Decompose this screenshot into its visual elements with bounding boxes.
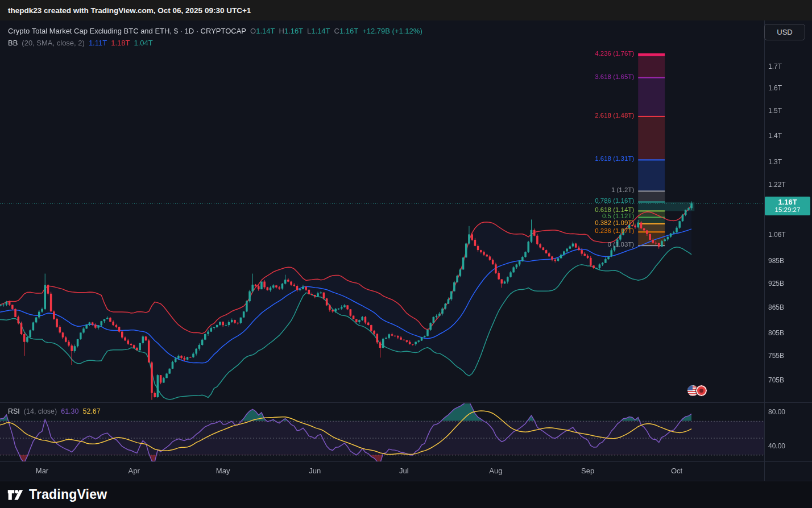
- symbol-legend-row[interactable]: Crypto Total Market Cap Excluding BTC an…: [8, 25, 422, 37]
- current-price-badge: 1.16T 15:29:27: [765, 197, 810, 215]
- rsi-name: RSI: [8, 407, 20, 415]
- rsi-axis-label: 40.00: [768, 442, 785, 450]
- price-axis-label: 1.5T: [768, 107, 782, 115]
- ohlc-close: C1.16T: [334, 27, 359, 35]
- rsi-ma-value: 52.67: [82, 407, 100, 415]
- screenshot-caption-bar: thepdk23 created with TradingView.com, O…: [0, 0, 812, 20]
- price-axis-label: 1.22T: [768, 181, 786, 189]
- price-axis-label: 985B: [768, 257, 784, 265]
- bb-params: (20, SMA, close, 2): [22, 39, 85, 47]
- rsi-axis-label: 80.00: [768, 408, 785, 416]
- rsi-legend-row[interactable]: RSI (14, close) 61.30 52.67: [8, 407, 101, 415]
- chart-legend: Crypto Total Market Cap Excluding BTC an…: [8, 25, 422, 49]
- event-flag-markers[interactable]: [687, 385, 707, 397]
- ohlc-high: H1.16T: [279, 27, 303, 35]
- time-axis-label: Jun: [309, 467, 321, 475]
- footer-brand-bar: TradingView: [0, 481, 812, 508]
- price-axis-label: 755B: [768, 352, 784, 360]
- price-axis[interactable]: 1.16T 15:29:27 1.7T1.6T1.5T1.4T1.3T1.22T…: [764, 20, 812, 461]
- time-axis-label: May: [216, 467, 230, 475]
- bb-basis-value: 1.11T: [89, 39, 107, 47]
- chart-area[interactable]: Crypto Total Market Cap Excluding BTC an…: [0, 20, 812, 481]
- price-chart-canvas[interactable]: [0, 20, 812, 481]
- ohlc-low: L1.14T: [307, 27, 330, 35]
- price-axis-label: 1.4T: [768, 132, 782, 140]
- tradingview-logo-icon[interactable]: [7, 488, 24, 502]
- time-axis-label: Jul: [399, 467, 409, 475]
- bar-countdown: 15:29:27: [765, 206, 810, 214]
- time-axis-label: Sep: [581, 467, 594, 475]
- price-axis-label: 865B: [768, 303, 784, 311]
- time-axis-label: Mar: [36, 467, 48, 475]
- tradingview-wordmark[interactable]: TradingView: [29, 487, 107, 502]
- time-axis-label: Aug: [489, 467, 502, 475]
- time-axis-label: Apr: [129, 467, 140, 475]
- symbol-title: Crypto Total Market Cap Excluding BTC an…: [8, 27, 246, 35]
- caption-text: thepdk23 created with TradingView.com, O…: [8, 6, 251, 15]
- price-axis-label: 1.6T: [768, 84, 782, 92]
- price-axis-label: 925B: [768, 280, 784, 288]
- daily-change: +12.79B (+1.12%): [362, 27, 422, 35]
- price-axis-label: 1.3T: [768, 158, 782, 166]
- rsi-value: 61.30: [61, 407, 78, 415]
- price-axis-label: 805B: [768, 329, 784, 337]
- red-flag-icon[interactable]: [695, 385, 707, 397]
- bb-legend-row[interactable]: BB (20, SMA, close, 2) 1.11T 1.18T 1.04T: [8, 37, 422, 49]
- bb-upper-value: 1.18T: [111, 39, 130, 47]
- rsi-params: (14, close): [24, 407, 57, 415]
- price-axis-label: 705B: [768, 376, 784, 384]
- price-axis-label: 1.06T: [768, 231, 786, 239]
- time-axis-label: Oct: [671, 467, 682, 475]
- current-price-value: 1.16T: [765, 198, 810, 206]
- bb-lower-value: 1.04T: [134, 39, 152, 47]
- time-axis[interactable]: MarAprMayJunJulAugSepOct: [0, 461, 764, 481]
- price-axis-label: 1.7T: [768, 63, 782, 70]
- bb-name: BB: [8, 39, 18, 47]
- ohlc-open: O1.14T: [250, 27, 275, 35]
- currency-toggle-button[interactable]: USD: [764, 24, 805, 40]
